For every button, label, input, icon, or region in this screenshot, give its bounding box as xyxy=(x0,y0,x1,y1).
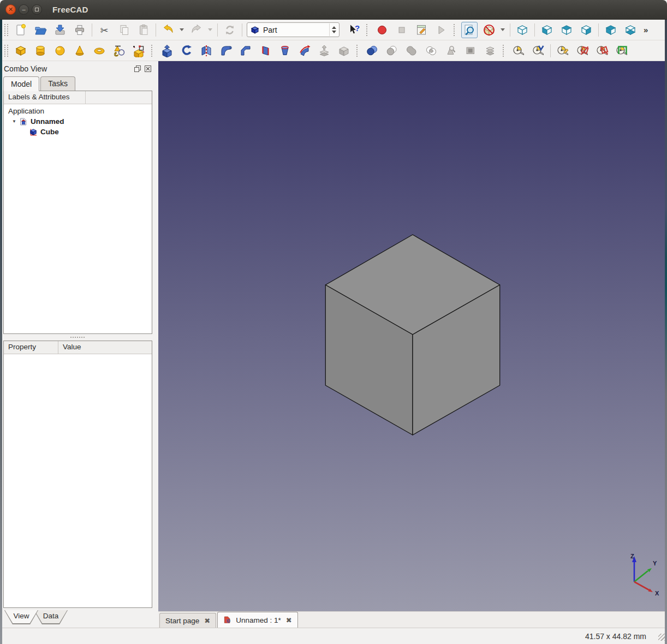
value-column-header[interactable]: Value xyxy=(58,341,152,354)
fit-all-button[interactable] xyxy=(461,22,478,38)
redo-history-caret[interactable] xyxy=(206,22,214,38)
mirror-button[interactable] xyxy=(198,43,215,59)
thickness-button[interactable] xyxy=(336,43,352,59)
boolean-button[interactable] xyxy=(364,43,380,59)
panel-float-button[interactable] xyxy=(133,65,141,73)
cross-sections-button[interactable] xyxy=(482,43,498,59)
tree-item-cube[interactable]: Cube xyxy=(4,127,152,137)
cut-button[interactable]: ✂ xyxy=(96,22,112,38)
measure-toggle-3d-button[interactable] xyxy=(614,43,630,59)
new-document-button[interactable] xyxy=(13,22,29,38)
view-top-button[interactable] xyxy=(558,22,575,38)
tab-view[interactable]: View xyxy=(4,610,38,625)
view-left-button[interactable] xyxy=(622,22,639,38)
boolean-cut-button[interactable] xyxy=(384,43,400,59)
refresh-icon xyxy=(223,23,236,37)
shape-builder-button[interactable] xyxy=(130,43,147,59)
part-torus-button[interactable] xyxy=(91,43,108,59)
part-cone-button[interactable] xyxy=(72,43,88,59)
paste-button[interactable] xyxy=(135,22,152,38)
loft-button[interactable] xyxy=(277,43,293,59)
panel-close-button[interactable] xyxy=(144,65,152,73)
macro-play-button[interactable] xyxy=(433,22,449,38)
document-tab-unnamed[interactable]: ⚙Unnamed : 1*✖ xyxy=(217,612,297,628)
property-view-tabs: ViewData xyxy=(0,610,155,628)
measure-linear-button[interactable] xyxy=(510,43,527,59)
part-box-icon xyxy=(14,44,27,57)
toolbar-drag-handle[interactable] xyxy=(4,45,8,57)
cube-object[interactable] xyxy=(325,235,499,435)
measure-toggle-all-button[interactable] xyxy=(594,43,610,59)
toolbar-drag-handle[interactable] xyxy=(151,45,154,57)
redo-icon xyxy=(190,23,203,37)
macro-stop-button[interactable] xyxy=(394,22,410,38)
chamfer-button[interactable] xyxy=(237,43,254,59)
view-left-icon xyxy=(624,23,637,37)
tab-close-icon[interactable]: ✖ xyxy=(286,616,292,624)
workbench-spinner[interactable] xyxy=(329,23,338,36)
sweep-button[interactable] xyxy=(296,43,313,59)
view-rear-button[interactable] xyxy=(603,22,619,38)
section-button[interactable] xyxy=(462,43,479,59)
chamfer-icon xyxy=(239,44,252,57)
view-front-button[interactable] xyxy=(539,22,555,38)
macro-record-icon xyxy=(376,23,389,37)
redo-button[interactable] xyxy=(188,22,205,38)
paste-icon xyxy=(137,23,150,37)
tree-item-application[interactable]: Application xyxy=(4,106,152,116)
titlebar[interactable]: ✕ – FreeCAD xyxy=(0,0,667,20)
extrude-button[interactable] xyxy=(159,43,175,59)
part-box-button[interactable] xyxy=(13,43,29,59)
toolbar-drag-handle[interactable] xyxy=(4,24,8,36)
ruled-surface-button[interactable] xyxy=(257,43,273,59)
boolean-intersection-button[interactable] xyxy=(423,43,439,59)
tree-item-unnamed[interactable]: ▼Unnamed xyxy=(4,116,152,127)
tab-data[interactable]: Data xyxy=(34,610,68,625)
check-geometry-button[interactable] xyxy=(443,43,459,59)
tree-header[interactable]: Labels & Attributes xyxy=(4,91,152,104)
copy-button[interactable] xyxy=(116,22,132,38)
3d-viewport[interactable]: ZYX xyxy=(158,61,667,611)
macro-edit-button[interactable] xyxy=(413,22,430,38)
measure-angular-button[interactable] xyxy=(530,43,546,59)
undo-button[interactable] xyxy=(160,22,176,38)
toolbar-drag-handle[interactable] xyxy=(503,45,506,57)
save-document-button[interactable] xyxy=(52,22,68,38)
window-minimize-button[interactable]: – xyxy=(19,4,29,15)
part-cylinder-button[interactable] xyxy=(32,43,49,59)
fillet-button[interactable] xyxy=(218,43,234,59)
part-primitives-button[interactable] xyxy=(111,43,127,59)
measure-refresh-button[interactable] xyxy=(555,43,571,59)
draw-style-button[interactable] xyxy=(481,22,497,38)
window-close-button[interactable]: ✕ xyxy=(5,4,16,15)
open-document-button[interactable] xyxy=(32,22,49,38)
toolbar-drag-handle[interactable] xyxy=(454,24,457,36)
macro-record-button[interactable] xyxy=(374,22,390,38)
toolbar-drag-handle[interactable] xyxy=(356,45,360,57)
part-sphere-button[interactable] xyxy=(52,43,68,59)
window-maximize-button[interactable] xyxy=(32,4,42,15)
whats-this-button[interactable]: ? xyxy=(346,22,362,38)
measure-clear-all-button[interactable] xyxy=(574,43,591,59)
tab-model[interactable]: Model xyxy=(3,76,39,91)
extrude-icon xyxy=(160,44,174,57)
tab-tasks[interactable]: Tasks xyxy=(40,76,75,91)
print-button[interactable] xyxy=(72,22,88,38)
toolbar-overflow[interactable]: » xyxy=(644,25,648,34)
undo-history-caret[interactable] xyxy=(178,22,186,38)
toolbar-drag-handle[interactable] xyxy=(366,24,370,36)
offset-button[interactable] xyxy=(316,43,332,59)
document-tab-start[interactable]: Start page✖ xyxy=(159,613,216,628)
workbench-selector[interactable]: Part xyxy=(247,22,340,37)
revolve-button[interactable] xyxy=(178,43,195,59)
view-axonometric-button[interactable] xyxy=(514,22,531,38)
boolean-union-icon xyxy=(405,44,418,57)
boolean-union-button[interactable] xyxy=(403,43,420,59)
tree-expander-icon[interactable]: ▼ xyxy=(10,119,18,124)
view-right-button[interactable] xyxy=(578,22,594,38)
refresh-button[interactable] xyxy=(222,22,238,38)
draw-style-options-caret[interactable] xyxy=(499,22,507,38)
tab-close-icon[interactable]: ✖ xyxy=(204,617,210,625)
panel-splitter[interactable] xyxy=(0,334,155,341)
property-column-header[interactable]: Property xyxy=(4,341,58,354)
